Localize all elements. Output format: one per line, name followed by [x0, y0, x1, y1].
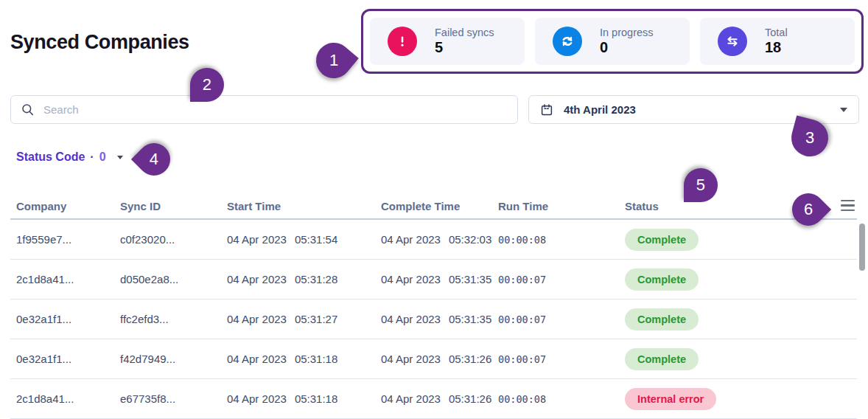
table-row[interactable]: 0e32a1f1... ffc2efd3... 04 Apr 202305:31…: [10, 299, 857, 339]
calendar-icon: [540, 103, 553, 117]
start-time-cell: 04 Apr 202305:31:18: [227, 353, 381, 365]
page-title: Synced Companies: [10, 31, 189, 54]
search-bar: [10, 95, 518, 124]
complete-time-cell: 04 Apr 202305:31:35: [381, 313, 498, 325]
status-filter-label: Status Code: [16, 150, 85, 164]
status-badge: Internal error: [625, 388, 716, 410]
sync-id-cell: d050e2a8...: [120, 273, 227, 285]
stat-value: 5: [435, 39, 494, 56]
status-filter-count: 0: [99, 150, 106, 164]
chevron-down-icon: [840, 108, 847, 112]
column-header-start-time: Start Time: [227, 200, 381, 212]
annotation-marker-1: 1: [309, 35, 359, 86]
stat-value: 0: [600, 39, 654, 56]
complete-time-cell: 04 Apr 202305:31:26: [381, 353, 498, 365]
search-icon: [21, 103, 35, 117]
stat-card-failed-syncs: Failed syncs 5: [370, 18, 525, 65]
start-time-cell: 04 Apr 202305:31:18: [227, 392, 381, 405]
run-time-cell: 00:00:08: [498, 234, 625, 246]
annotation-marker-5: 5: [684, 168, 718, 202]
table-row[interactable]: 2c1d8a41... d050e2a8... 04 Apr 202305:31…: [10, 260, 857, 299]
chevron-down-icon: [117, 156, 123, 159]
status-code-filter[interactable]: Status Code · 0: [16, 150, 123, 164]
synced-companies-table: Company Sync ID Start Time Complete Time…: [10, 193, 857, 419]
alert-icon: [388, 27, 417, 56]
stat-value: 18: [765, 39, 788, 56]
stat-label: In progress: [600, 27, 654, 38]
stat-label: Failed syncs: [435, 27, 494, 38]
stat-label: Total: [765, 27, 788, 38]
company-cell: 0e32a1f1...: [16, 313, 120, 325]
sync-id-cell: c0f23020...: [120, 233, 227, 246]
table-row[interactable]: 1f9559e7... c0f23020... 04 Apr 202305:31…: [10, 220, 857, 260]
date-picker-value: 4th April 2023: [564, 103, 636, 116]
run-time-cell: 00:00:07: [498, 314, 625, 325]
table-row[interactable]: 2c1d8a41... e67735f8... 04 Apr 202305:31…: [10, 379, 857, 419]
status-badge: Complete: [625, 229, 699, 251]
stat-card-in-progress: In progress 0: [535, 18, 690, 65]
complete-time-cell: 04 Apr 202305:32:03: [381, 233, 498, 246]
column-header-sync-id: Sync ID: [120, 200, 227, 212]
start-time-cell: 04 Apr 202305:31:54: [227, 233, 381, 246]
status-badge: Complete: [625, 269, 699, 291]
complete-time-cell: 04 Apr 202305:31:26: [381, 392, 498, 405]
sync-id-cell: f42d7949...: [120, 353, 227, 365]
table-menu-icon[interactable]: [841, 200, 855, 214]
status-filter-separator: ·: [90, 150, 94, 164]
stat-card-total: Total 18: [700, 18, 855, 65]
status-badge: Complete: [625, 308, 699, 330]
synced-companies-page: Synced Companies Failed syncs 5: [0, 0, 868, 419]
start-time-cell: 04 Apr 202305:31:27: [227, 313, 381, 325]
status-badge: Complete: [625, 348, 699, 370]
column-header-company: Company: [16, 200, 120, 212]
sync-stats-group: Failed syncs 5 In progress 0: [361, 9, 864, 74]
table-header: Company Sync ID Start Time Complete Time…: [10, 193, 857, 220]
scrollbar-thumb[interactable]: [859, 224, 865, 271]
annotation-marker-2: 2: [190, 68, 224, 102]
annotation-marker-4: 4: [131, 136, 177, 182]
column-header-run-time: Run Time: [498, 200, 625, 212]
run-time-cell: 00:00:08: [498, 393, 625, 405]
column-header-complete-time: Complete Time: [381, 200, 498, 212]
sync-id-cell: ffc2efd3...: [120, 313, 227, 325]
complete-time-cell: 04 Apr 202305:31:35: [381, 273, 498, 285]
sync-id-cell: e67735f8...: [120, 392, 227, 405]
transfer-icon: [718, 27, 747, 56]
search-input[interactable]: [43, 103, 508, 116]
table-row[interactable]: 0e32a1f1... f42d7949... 04 Apr 202305:31…: [10, 339, 857, 379]
sync-icon: [553, 27, 582, 56]
company-cell: 2c1d8a41...: [16, 392, 120, 405]
company-cell: 0e32a1f1...: [16, 353, 120, 365]
company-cell: 2c1d8a41...: [16, 273, 120, 285]
start-time-cell: 04 Apr 202305:31:28: [227, 273, 381, 285]
run-time-cell: 00:00:07: [498, 274, 625, 285]
company-cell: 1f9559e7...: [16, 233, 120, 246]
run-time-cell: 00:00:07: [498, 353, 625, 365]
